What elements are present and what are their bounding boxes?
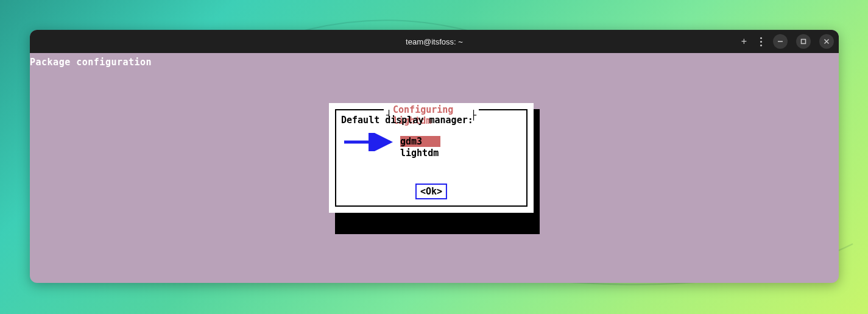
minimize-button[interactable] (773, 34, 788, 49)
close-icon (824, 38, 830, 45)
maximize-icon (800, 38, 806, 45)
minimize-icon (777, 38, 783, 45)
new-tab-button[interactable]: + (739, 36, 749, 47)
dialog-box: ┤ Configuring lightdm ├ Default display … (329, 103, 534, 213)
maximize-button[interactable] (796, 34, 811, 49)
option-lightdm[interactable]: lightdm (400, 148, 440, 159)
config-header: Package configuration (30, 57, 152, 68)
svg-rect-3 (802, 40, 806, 44)
option-gdm3[interactable]: gdm3 (400, 136, 440, 148)
close-button[interactable] (819, 34, 834, 49)
ok-button[interactable]: <Ok> (415, 184, 447, 199)
menu-button[interactable] (758, 37, 764, 46)
titlebar: team@itsfoss: ~ + (30, 30, 839, 53)
terminal-content: Package configuration ┤ Configuring ligh… (30, 53, 839, 283)
dialog-inner: ┤ Configuring lightdm ├ Default display … (335, 109, 528, 207)
dialog-prompt: Default display manager: (341, 115, 473, 126)
terminal-window: team@itsfoss: ~ + (30, 30, 839, 283)
window-controls: + (739, 34, 834, 49)
options-list: gdm3 lightdm (400, 136, 440, 159)
dialog-wrapper: ┤ Configuring lightdm ├ Default display … (329, 103, 534, 213)
window-title: team@itsfoss: ~ (406, 37, 463, 46)
arrow-annotation-icon (338, 133, 399, 151)
